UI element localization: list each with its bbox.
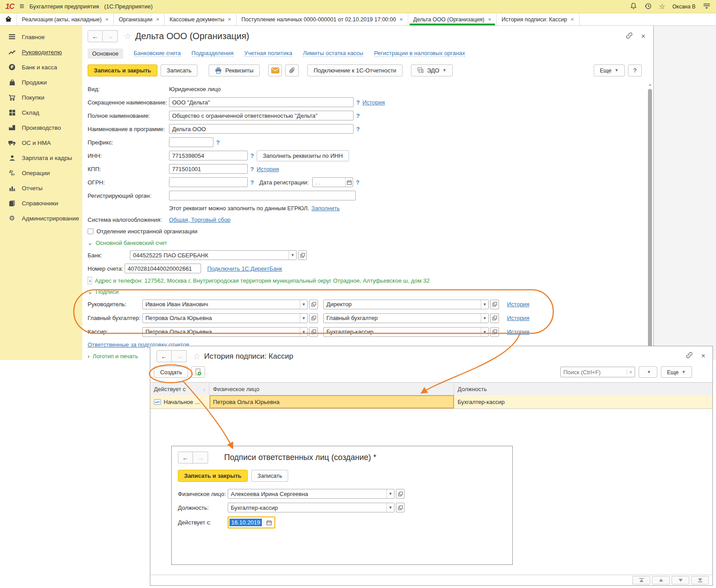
email-button[interactable] <box>268 64 282 76</box>
full-name-input[interactable] <box>169 111 354 120</box>
copy-create-button[interactable] <box>191 366 205 378</box>
director-position-combo[interactable]: Директор▼ <box>323 300 489 309</box>
nav-main[interactable]: Основное <box>88 48 123 59</box>
bank-section-header[interactable]: ⌄ Основной банковский счет <box>88 237 653 248</box>
sidebar-item-purchases[interactable]: Покупки <box>0 90 82 105</box>
cashier-person-combo[interactable]: Петрова Ольга Юрьевна▼ <box>142 327 308 337</box>
nav-tax-registrations[interactable]: Регистрации в налоговых органах <box>374 50 465 57</box>
scrollbar-thumb[interactable] <box>648 89 652 356</box>
connect-1c-reporting-button[interactable]: Подключение к 1С-Отчетности <box>307 64 402 76</box>
more-button[interactable]: Еще▼ <box>661 366 692 378</box>
close-icon[interactable]: × <box>399 16 403 23</box>
chevron-down-icon[interactable]: ▼ <box>481 328 488 336</box>
tab-realization[interactable]: Реализация (акты, накладные) × <box>17 13 114 25</box>
chevron-down-icon[interactable]: ▼ <box>300 314 307 323</box>
open-person-icon[interactable] <box>309 300 318 309</box>
foreign-org-checkbox[interactable] <box>88 228 93 234</box>
tab-signature-history[interactable]: История подписи: Кассир × <box>497 13 579 25</box>
sidebar-item-production[interactable]: Производство <box>0 120 82 135</box>
position-combo[interactable]: Бухгалтер-кассир▼ <box>228 503 394 512</box>
sidebar-item-reports[interactable]: Отчеты <box>0 180 82 196</box>
short-name-input[interactable] <box>169 97 354 107</box>
signatures-section-header[interactable]: ⌄ Подписи <box>88 286 653 297</box>
close-icon[interactable]: × <box>488 16 491 23</box>
sidebar-item-administration[interactable]: ⚙Администрирование <box>0 211 82 226</box>
egrul-fill-link[interactable]: Заполнить <box>311 205 340 212</box>
scroll-up-icon[interactable]: ▲ <box>648 83 652 87</box>
sidebar-item-directories[interactable]: Справочники <box>0 196 82 211</box>
save-button[interactable]: Записать <box>251 470 289 482</box>
chevron-down-icon[interactable]: ▼ <box>300 328 307 336</box>
chevron-down-icon[interactable]: ▼ <box>481 314 488 323</box>
calendar-icon[interactable] <box>345 178 353 187</box>
chevron-down-icon[interactable]: ▼ <box>386 489 394 498</box>
sidebar-item-warehouse[interactable]: Склад <box>0 105 82 120</box>
chief-accountant-history-link[interactable]: История <box>507 315 529 321</box>
open-person-icon[interactable] <box>396 489 405 499</box>
notifications-bell-icon[interactable] <box>630 2 637 11</box>
go-down-button[interactable] <box>672 576 689 584</box>
sidebar-item-for-manager[interactable]: Руководителю <box>0 44 82 60</box>
panels-menu-icon[interactable] <box>703 2 711 11</box>
sidebar-item-fixed-assets[interactable]: ОС и НМА <box>0 135 82 150</box>
sidebar-item-main[interactable]: Главное <box>0 29 82 44</box>
tab-home[interactable] <box>0 13 17 25</box>
back-button[interactable]: ← <box>88 30 103 42</box>
inn-input[interactable] <box>169 151 248 160</box>
effective-date-field[interactable]: 16.10.2019 <box>228 516 275 528</box>
nav-bank-accounts[interactable]: Банковские счета <box>134 50 181 57</box>
search-box[interactable]: × <box>560 367 635 377</box>
program-name-input[interactable] <box>169 124 354 134</box>
close-icon[interactable]: × <box>228 16 231 23</box>
kpp-input[interactable] <box>169 164 248 174</box>
forward-button[interactable]: → <box>193 452 208 464</box>
help-q-icon[interactable]: ? <box>250 179 254 186</box>
chevron-down-icon[interactable]: ▼ <box>289 251 296 260</box>
help-q-icon[interactable]: ? <box>250 166 254 172</box>
calendar-icon[interactable] <box>264 520 274 525</box>
search-input[interactable] <box>561 369 627 376</box>
help-q-icon[interactable]: ? <box>356 112 360 119</box>
sidebar-item-sales[interactable]: Продажи <box>0 75 82 90</box>
more-button[interactable]: Еще▼ <box>594 64 625 76</box>
get-link-icon[interactable] <box>625 32 633 40</box>
help-q-icon[interactable]: ? <box>250 152 254 159</box>
sidebar-item-operations[interactable]: Дт КтОперации <box>0 165 82 180</box>
attach-button[interactable] <box>285 64 299 76</box>
get-link-icon[interactable] <box>685 352 693 360</box>
requisites-button[interactable]: Реквизиты <box>209 64 260 76</box>
go-last-button[interactable] <box>691 576 709 584</box>
favorite-star-icon[interactable]: ☆ <box>124 31 132 41</box>
account-number-input[interactable] <box>125 264 201 273</box>
sidebar-item-salary-hr[interactable]: Зарплата и кадры <box>0 150 82 165</box>
chief-accountant-position-combo[interactable]: Главный бухгалтер▼ <box>323 313 489 323</box>
tab-delta-org-active[interactable]: Дельта ООО (Организация) × <box>408 13 497 25</box>
go-up-button[interactable] <box>652 576 670 584</box>
save-close-button[interactable]: Записать и закрыть <box>88 64 157 76</box>
clear-search-icon[interactable]: × <box>627 369 635 375</box>
open-position-icon[interactable] <box>490 300 499 309</box>
tab-cash-receipt[interactable]: Поступление наличных 0000-000001 от 02.1… <box>237 13 408 25</box>
save-close-button[interactable]: Записать и закрыть <box>178 470 248 482</box>
open-position-icon[interactable] <box>490 313 499 323</box>
chevron-right-icon[interactable]: › <box>88 277 92 284</box>
address-section-header[interactable]: › Адрес и телефон: 127562, Москва г, Вну… <box>88 275 653 286</box>
favorite-star-icon[interactable]: ☆ <box>193 351 201 361</box>
short-name-history-link[interactable]: История <box>362 99 385 106</box>
back-button[interactable]: ← <box>157 350 172 362</box>
save-button[interactable]: Записать <box>161 64 198 76</box>
close-icon[interactable]: × <box>571 16 574 23</box>
tab-cash-documents[interactable]: Кассовые документы × <box>165 13 237 25</box>
close-window-icon[interactable]: × <box>641 32 645 40</box>
chevron-down-icon[interactable]: ▼ <box>481 300 488 309</box>
main-menu-icon[interactable]: ≡ <box>20 2 24 11</box>
open-position-icon[interactable] <box>490 327 499 337</box>
table-row[interactable]: Начальное ... Петрова Ольга Юрьевна Бухг… <box>150 395 712 408</box>
help-q-icon[interactable]: ? <box>356 126 360 132</box>
chief-accountant-person-combo[interactable]: Петрова Ольга Юрьевна▼ <box>142 313 308 323</box>
director-history-link[interactable]: История <box>507 301 529 308</box>
reg-authority-input[interactable] <box>169 191 356 200</box>
open-bank-icon[interactable] <box>298 250 307 260</box>
help-q-icon[interactable]: ? <box>356 99 360 106</box>
forward-button[interactable]: → <box>172 350 187 362</box>
